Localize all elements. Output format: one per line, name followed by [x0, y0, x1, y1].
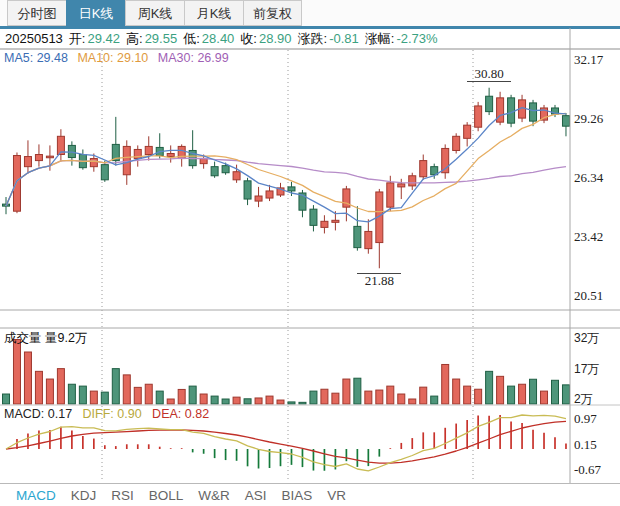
volume-bar	[79, 386, 86, 404]
volume-bar	[442, 364, 449, 404]
candle-body	[233, 172, 240, 180]
candle-body	[145, 146, 152, 154]
ma30-label: MA30: 26.99	[158, 51, 229, 65]
indicator-tab-kdj[interactable]: KDJ	[71, 488, 97, 503]
volume-bar	[332, 393, 339, 404]
volume-bar	[387, 386, 394, 404]
indicator-tabbar: MACD KDJ RSI BOLL W&R ASI BIAS VR	[0, 483, 620, 506]
price-axis-tick-5: 20.51	[574, 289, 603, 303]
macd-value: MACD: 0.17	[4, 407, 72, 421]
dea-value: DEA: 0.82	[152, 407, 209, 421]
volume-bar	[222, 399, 229, 404]
indicator-tab-rsi[interactable]: RSI	[111, 488, 134, 503]
candle-body	[365, 231, 372, 248]
volume-bar	[552, 380, 559, 404]
period-high-annotation: 30.80	[467, 67, 511, 82]
volume-bar	[266, 396, 273, 404]
volume-bar	[398, 394, 405, 404]
candle-body	[475, 106, 482, 127]
diff-line	[6, 415, 566, 471]
volume-bar	[288, 402, 295, 404]
indicator-tab-bias[interactable]: BIAS	[282, 488, 313, 503]
volume-bar	[68, 384, 75, 404]
candle-body	[288, 187, 295, 191]
volume-bar	[354, 378, 361, 404]
volume-bar	[486, 371, 493, 404]
volume-axis-tick-1: 32万	[574, 331, 599, 345]
volume-bar	[420, 387, 427, 404]
volume-bar	[277, 400, 284, 404]
volume-bar	[376, 390, 383, 404]
candle-body	[167, 154, 174, 157]
volume-bar	[57, 369, 64, 404]
candle-body	[387, 183, 394, 207]
volume-bar	[453, 379, 460, 404]
indicator-tab-wr[interactable]: W&R	[198, 488, 230, 503]
price-axis-tick-1: 32.17	[574, 53, 603, 67]
volume-bar	[35, 371, 42, 404]
volume-bar	[508, 386, 515, 404]
candle-body	[211, 167, 218, 176]
volume-bar	[24, 352, 31, 404]
volume-bar	[464, 386, 471, 404]
candle-body	[244, 181, 251, 199]
volume-bar	[562, 385, 569, 404]
candle-body	[266, 191, 273, 198]
candle-body	[46, 156, 53, 158]
indicator-tab-boll[interactable]: BOLL	[149, 488, 184, 503]
volume-bar	[112, 369, 119, 404]
volume-bar	[255, 398, 262, 404]
candle-body	[453, 136, 460, 150]
candle-body	[562, 116, 569, 127]
candle-body	[255, 196, 262, 201]
candle-body	[222, 166, 229, 173]
ma5-label: MA5: 29.48	[4, 51, 68, 65]
volume-bar	[13, 340, 20, 404]
volume-bar	[530, 379, 537, 404]
candle-body	[310, 209, 317, 225]
candle-body	[530, 103, 537, 121]
app-window: 分时图 日K线 周K线 月K线 前复权 20250513开:29.42高:29.…	[0, 0, 620, 506]
volume-bar	[3, 394, 10, 404]
candle-body	[101, 165, 108, 180]
candle-body	[354, 226, 361, 247]
volume-bar	[409, 399, 416, 404]
volume-bar	[156, 391, 163, 404]
macd-axis-tick-3: -0.67	[574, 463, 601, 477]
candle-body	[24, 157, 31, 167]
price-axis-tick-3: 26.34	[574, 171, 603, 185]
candle-body	[35, 155, 42, 161]
candle-body	[508, 98, 515, 123]
volume-bar	[145, 384, 152, 404]
price-axis-tick-4: 23.42	[574, 230, 603, 244]
volume-bar	[541, 391, 548, 404]
chart-canvas[interactable]	[0, 0, 620, 506]
price-axis-tick-2: 29.26	[574, 112, 603, 126]
volume-bar	[200, 394, 207, 404]
macd-values-row: MACD: 0.17 DIFF: 0.90 DEA: 0.82	[4, 407, 209, 421]
diff-value: DIFF: 0.90	[83, 407, 142, 421]
volume-bar	[475, 389, 482, 404]
volume-bar	[310, 391, 317, 404]
ma10-label: MA10: 29.10	[77, 51, 148, 65]
indicator-tab-vr[interactable]: VR	[327, 488, 346, 503]
volume-bar	[123, 375, 130, 404]
candle-body	[13, 156, 20, 212]
volume-bar	[134, 387, 141, 404]
volume-label: 成交量 量9.2万	[4, 330, 87, 347]
volume-bar	[343, 379, 350, 404]
volume-bar	[46, 379, 53, 404]
candle-body	[420, 161, 427, 177]
macd-axis-tick-1: 0.97	[574, 412, 597, 426]
volume-bar	[321, 389, 328, 404]
candle-body	[90, 159, 97, 167]
volume-bar	[299, 402, 306, 404]
volume-bar	[90, 391, 97, 404]
volume-bar	[211, 396, 218, 404]
volume-bar	[233, 397, 240, 404]
period-low-annotation: 21.88	[357, 273, 401, 288]
macd-axis-tick-2: 0.15	[574, 438, 597, 452]
indicator-tab-asi[interactable]: ASI	[245, 488, 267, 503]
indicator-tab-macd[interactable]: MACD	[16, 488, 56, 503]
volume-bar	[519, 384, 526, 404]
